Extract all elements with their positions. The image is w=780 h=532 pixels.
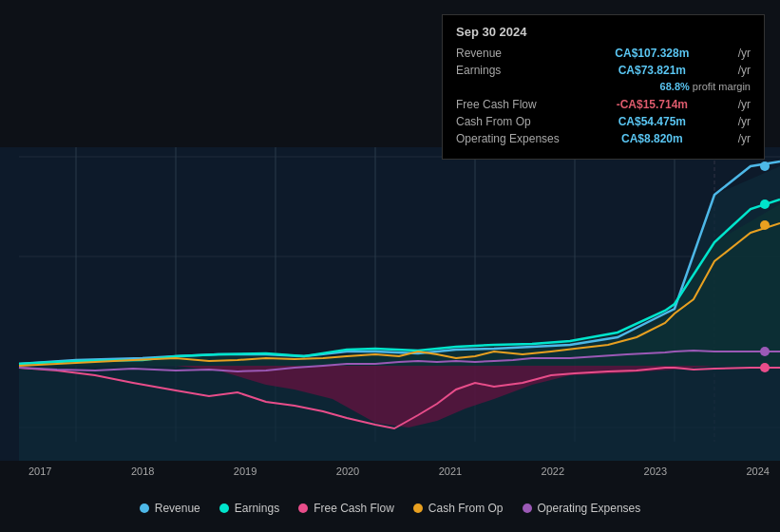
legend-fcf[interactable]: Free Cash Flow [298, 502, 394, 515]
svg-point-14 [760, 200, 770, 209]
cashfromop-unit: /yr [738, 115, 751, 128]
x-label-2019: 2019 [234, 466, 257, 477]
svg-point-16 [760, 220, 770, 230]
opex-label: Operating Expenses [456, 132, 570, 145]
legend-label-revenue: Revenue [155, 502, 200, 515]
opex-value: CA$8.820m [621, 132, 683, 145]
cashfromop-row: Cash From Op CA$54.475m /yr [456, 115, 751, 128]
x-label-2017: 2017 [29, 466, 51, 477]
fcf-row: Free Cash Flow -CA$15.714m /yr [456, 98, 751, 111]
legend-cashfromop[interactable]: Cash From Op [413, 502, 504, 515]
svg-point-15 [760, 363, 770, 372]
svg-point-17 [760, 347, 770, 356]
x-label-2020: 2020 [336, 466, 359, 477]
earnings-value: CA$73.821m [618, 64, 686, 77]
legend-label-opex: Operating Expenses [538, 502, 641, 515]
x-label-2023: 2023 [644, 466, 667, 477]
revenue-value: CA$107.328m [615, 47, 689, 60]
legend-dot-earnings [219, 504, 229, 513]
earnings-row: Earnings CA$73.821m /yr [456, 64, 751, 77]
legend-dot-fcf [298, 504, 308, 513]
legend-dot-revenue [140, 504, 149, 513]
revenue-row: Revenue CA$107.328m /yr [456, 47, 751, 60]
opex-unit: /yr [738, 132, 751, 145]
legend-label-earnings: Earnings [235, 502, 279, 515]
chart-legend: Revenue Earnings Free Cash Flow Cash Fro… [0, 494, 780, 522]
revenue-unit: /yr [738, 47, 751, 60]
fcf-unit: /yr [738, 98, 751, 111]
earnings-label: Earnings [456, 64, 570, 77]
tooltip-date: Sep 30 2024 [456, 25, 751, 39]
chart-container: Sep 30 2024 Revenue CA$107.328m /yr Earn… [0, 0, 780, 532]
legend-revenue[interactable]: Revenue [140, 502, 200, 515]
profit-margin-row: 68.8% profit margin [456, 81, 751, 92]
x-label-2022: 2022 [542, 466, 564, 477]
x-label-2024: 2024 [746, 466, 769, 477]
legend-dot-cashfromop [413, 504, 423, 513]
x-label-2021: 2021 [439, 466, 462, 477]
legend-earnings[interactable]: Earnings [219, 502, 279, 515]
fcf-value: -CA$15.714m [617, 98, 688, 111]
profit-margin-value: 68.8% [660, 81, 690, 92]
legend-label-fcf: Free Cash Flow [314, 502, 394, 515]
opex-row: Operating Expenses CA$8.820m /yr [456, 132, 751, 145]
legend-label-cashfromop: Cash From Op [428, 502, 504, 515]
cashfromop-value: CA$54.475m [618, 115, 686, 128]
info-panel: Sep 30 2024 Revenue CA$107.328m /yr Earn… [442, 14, 765, 160]
earnings-unit: /yr [738, 64, 751, 77]
chart-svg [0, 147, 780, 461]
svg-point-13 [760, 162, 770, 171]
fcf-label: Free Cash Flow [456, 98, 570, 111]
cashfromop-label: Cash From Op [456, 115, 570, 128]
legend-opex[interactable]: Operating Expenses [523, 502, 641, 515]
revenue-label: Revenue [456, 47, 570, 60]
profit-margin-text: 68.8% profit margin [660, 81, 751, 92]
legend-dot-opex [523, 504, 532, 513]
x-label-2018: 2018 [131, 466, 154, 477]
